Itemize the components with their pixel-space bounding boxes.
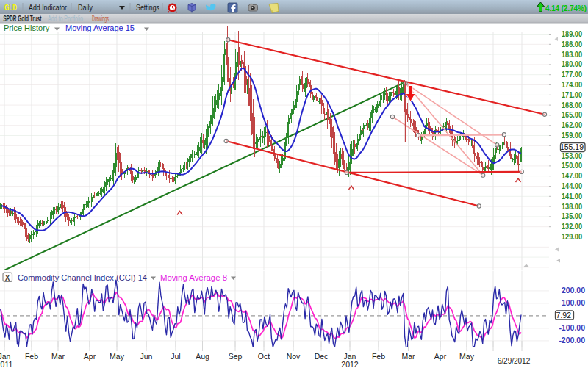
svg-text:Apr: Apr xyxy=(434,352,447,361)
svg-text:Daily: Daily xyxy=(78,4,93,12)
svg-text:150.00: 150.00 xyxy=(562,161,582,170)
svg-text:189.00: 189.00 xyxy=(562,29,582,38)
svg-text:-100.00: -100.00 xyxy=(559,323,585,332)
svg-text:183.00: 183.00 xyxy=(562,50,582,59)
svg-text:4.14 (2.74%): 4.14 (2.74%) xyxy=(545,4,587,12)
svg-text:Feb: Feb xyxy=(25,352,38,361)
svg-text:Settings: Settings xyxy=(136,4,159,12)
svg-text:180.00: 180.00 xyxy=(562,59,582,68)
svg-text:Drawings: Drawings xyxy=(92,15,109,23)
svg-text:2011: 2011 xyxy=(0,360,12,368)
svg-text:-200.00: -200.00 xyxy=(559,336,585,344)
svg-text:6/29/2012: 6/29/2012 xyxy=(498,357,531,365)
svg-text:168.00: 168.00 xyxy=(562,101,582,109)
svg-text:Moving Average 15: Moving Average 15 xyxy=(65,24,135,32)
svg-text:132.00: 132.00 xyxy=(562,222,582,231)
svg-text:Commodity Channel Index (CCI): Commodity Channel Index (CCI) 14 xyxy=(18,273,147,282)
svg-text:153.00: 153.00 xyxy=(562,151,582,160)
svg-text:129.00: 129.00 xyxy=(562,232,582,241)
svg-text:GLD: GLD xyxy=(4,3,17,12)
svg-text:Dec: Dec xyxy=(315,352,329,361)
svg-text:155.19: 155.19 xyxy=(560,142,584,151)
svg-text:SPDR Gold Trust: SPDR Gold Trust xyxy=(4,15,42,23)
svg-text:Mar: Mar xyxy=(51,352,65,361)
svg-text:100.00: 100.00 xyxy=(562,298,585,307)
svg-text:Feb: Feb xyxy=(372,352,385,361)
svg-text:Jul: Jul xyxy=(171,352,180,361)
svg-text:May: May xyxy=(110,352,125,361)
svg-text:Add Indicator: Add Indicator xyxy=(29,4,68,12)
svg-text:159.00: 159.00 xyxy=(562,131,582,140)
svg-text:Mar: Mar xyxy=(401,352,415,361)
svg-text:Jun: Jun xyxy=(140,352,153,361)
svg-text:X: X xyxy=(5,274,10,282)
svg-text:May: May xyxy=(459,352,475,361)
svg-text:162.00: 162.00 xyxy=(562,120,582,129)
svg-text:Price History: Price History xyxy=(4,24,50,32)
svg-text:147.00: 147.00 xyxy=(562,171,582,180)
svg-text:138.00: 138.00 xyxy=(562,202,582,211)
svg-text:Nov: Nov xyxy=(287,352,301,361)
svg-text:171.00: 171.00 xyxy=(562,90,582,99)
svg-text:135.00: 135.00 xyxy=(562,212,582,220)
svg-text:165.00: 165.00 xyxy=(562,110,582,119)
svg-text:141.00: 141.00 xyxy=(562,192,582,201)
svg-text:Sep: Sep xyxy=(229,352,243,361)
svg-text:177.00: 177.00 xyxy=(562,70,582,79)
svg-text:2012: 2012 xyxy=(341,360,359,368)
svg-text:186.00: 186.00 xyxy=(562,40,582,48)
svg-text:Aug: Aug xyxy=(196,352,209,361)
svg-text:Apr: Apr xyxy=(84,352,96,361)
svg-text:Oct: Oct xyxy=(258,352,270,361)
svg-text:Moving Average 8: Moving Average 8 xyxy=(160,273,227,282)
svg-text:174.00: 174.00 xyxy=(562,80,582,89)
svg-text:200.00: 200.00 xyxy=(562,286,585,295)
svg-text:7.92: 7.92 xyxy=(556,311,572,320)
svg-text:144.00: 144.00 xyxy=(562,181,582,190)
svg-text:Add to Portfolio: Add to Portfolio xyxy=(48,15,83,23)
